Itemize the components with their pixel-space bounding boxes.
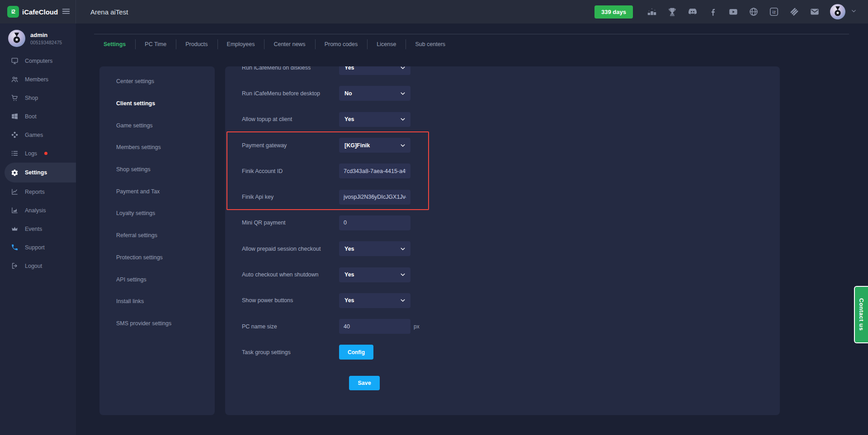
run-icafemenu-before-desktop-select[interactable]: No — [339, 86, 410, 101]
allow-prepaid-session-checkout-select[interactable]: Yes — [339, 241, 410, 256]
youtube-icon[interactable] — [728, 7, 738, 17]
mini-qr-payment-input[interactable] — [339, 215, 410, 230]
sidebar-item-members[interactable]: Members — [0, 70, 76, 89]
chevron-down-icon — [400, 142, 406, 149]
field-label: Task group settings — [242, 349, 339, 355]
sidebar-item-settings[interactable]: Settings — [5, 163, 76, 182]
chevron-down-icon — [400, 142, 406, 149]
form-row: Payment gateway[KG]Finik — [242, 132, 780, 158]
user-name: admin — [30, 32, 62, 38]
tab-settings[interactable]: Settings — [94, 34, 135, 55]
user-avatar-small[interactable] — [8, 30, 25, 47]
form-row: PC name sizepx — [242, 313, 780, 339]
form-row: Task group settingsConfig — [242, 339, 780, 365]
tab-license[interactable]: License — [367, 34, 406, 55]
run-icafemenu-on-diskless-select[interactable]: Yes — [339, 66, 410, 75]
main-content: SettingsPC TimeProductsEmployeesCenter n… — [76, 23, 868, 435]
pc-name-size-input[interactable] — [339, 319, 410, 334]
cart-icon — [11, 94, 19, 102]
tab-products[interactable]: Products — [176, 34, 217, 55]
settings-menu-item-members-settings[interactable]: Members settings — [99, 136, 215, 159]
field-label: Finik Account ID — [242, 168, 339, 174]
trophy-icon[interactable] — [667, 7, 677, 17]
sidebar-item-analysis[interactable]: Analysis — [0, 201, 76, 220]
sidebar-item-games[interactable]: Games — [0, 126, 76, 144]
icafecloud-icon: i2 — [769, 7, 779, 17]
settings-menu-item-center-settings[interactable]: Center settings — [99, 70, 215, 93]
crown-icon — [11, 225, 19, 233]
sidebar-item-label: Reports — [25, 189, 45, 195]
settings-menu-item-game-settings[interactable]: Game settings — [99, 114, 215, 136]
sidebar-item-computers[interactable]: Computers — [0, 51, 76, 70]
chevron-down-icon[interactable] — [850, 8, 857, 16]
phone-icon — [11, 243, 19, 251]
tab-employees[interactable]: Employees — [217, 34, 264, 55]
field-label: Run iCafeMenu before desktop — [242, 90, 339, 97]
form-row: Run iCafeMenu on disklessYes — [242, 66, 780, 80]
globe-icon[interactable] — [749, 7, 759, 17]
sidebar-item-label: Events — [25, 226, 42, 232]
facebook-icon[interactable] — [708, 7, 718, 17]
tab-pc-time[interactable]: PC Time — [135, 34, 176, 55]
ranking-icon — [647, 7, 657, 17]
chevron-down-icon — [400, 271, 406, 278]
sidebar: admin 005193482475 ComputersMembersShopB… — [0, 23, 76, 435]
sidebar-item-logs[interactable]: Logs — [0, 144, 76, 163]
settings-menu-item-shop-settings[interactable]: Shop settings — [99, 159, 215, 181]
settings-menu-item-sms-provider-settings[interactable]: SMS provider settings — [99, 313, 215, 335]
sidebar-item-boot[interactable]: Boot — [0, 107, 76, 126]
chevron-down-icon — [400, 246, 406, 252]
tab-promo-codes[interactable]: Promo codes — [315, 34, 368, 55]
settings-menu-item-client-settings[interactable]: Client settings — [99, 93, 215, 115]
sidebar-item-support[interactable]: Support — [0, 238, 76, 257]
sidebar-item-label: Shop — [25, 95, 38, 101]
form-rows: Run iCafeMenu on disklessYesRun iCafeMen… — [225, 66, 780, 365]
settings-menu-item-referral-settings[interactable]: Referral settings — [99, 225, 215, 247]
hamburger-menu-icon[interactable] — [61, 6, 71, 18]
form-row: Allow prepaid session checkoutYes — [242, 236, 780, 262]
sidebar-item-label: Members — [25, 76, 48, 83]
layers-icon — [789, 7, 799, 17]
chevron-down-icon — [400, 246, 406, 252]
finik-account-id-input[interactable] — [339, 164, 410, 178]
auto-checkout-when-shutdown-select[interactable]: Yes — [339, 267, 410, 282]
user-avatar[interactable] — [830, 4, 845, 19]
allow-topup-at-client-select[interactable]: Yes — [339, 112, 410, 127]
mail-icon[interactable] — [810, 7, 820, 17]
task-group-settings-config-button[interactable]: Config — [339, 345, 373, 360]
gear-icon — [11, 169, 19, 177]
sidebar-item-label: Settings — [25, 169, 47, 176]
payment-gateway-select[interactable]: [KG]Finik — [339, 138, 410, 153]
sidebar-item-label: Computers — [25, 58, 52, 64]
field-label: Show power buttons — [242, 297, 339, 304]
medal-icon — [10, 32, 23, 45]
client-settings-form-card: Run iCafeMenu on disklessYesRun iCafeMen… — [225, 66, 780, 415]
finik-api-key-input[interactable] — [339, 190, 410, 205]
trophy-icon — [667, 7, 677, 17]
sidebar-item-logout[interactable]: Logout — [0, 257, 76, 275]
license-days-badge[interactable]: 339 days — [594, 5, 633, 19]
settings-menu-item-protection-settings[interactable]: Protection settings — [99, 247, 215, 269]
sidebar-item-shop[interactable]: Shop — [0, 89, 76, 107]
monitor-icon — [11, 57, 19, 65]
save-button[interactable]: Save — [349, 376, 380, 390]
chevron-down-icon — [400, 66, 406, 71]
layers-icon[interactable] — [789, 7, 799, 17]
settings-menu-item-install-links[interactable]: Install links — [99, 290, 215, 313]
sidebar-item-reports[interactable]: Reports — [0, 182, 76, 201]
tab-center-news[interactable]: Center news — [264, 34, 315, 55]
sidebar-item-label: Analysis — [25, 207, 46, 214]
ranking-icon[interactable] — [647, 7, 657, 17]
settings-menu-item-loyalty-settings[interactable]: Loyalty settings — [99, 202, 215, 225]
sidebar-item-events[interactable]: Events — [0, 220, 76, 238]
tab-sub-centers[interactable]: Sub centers — [406, 34, 455, 55]
settings-menu-item-api-settings[interactable]: API settings — [99, 268, 215, 290]
show-power-buttons-select[interactable]: Yes — [339, 293, 410, 308]
sidebar-item-label: Games — [25, 132, 43, 138]
settings-menu-item-payment-and-tax[interactable]: Payment and Tax — [99, 180, 215, 202]
chevron-down-icon — [400, 116, 406, 122]
contact-us-button[interactable]: Contact us — [854, 286, 868, 343]
discord-icon[interactable] — [688, 7, 698, 17]
icafecloud-icon[interactable]: i2 — [769, 7, 779, 17]
form-row: Allow topup at clientYes — [242, 107, 780, 132]
